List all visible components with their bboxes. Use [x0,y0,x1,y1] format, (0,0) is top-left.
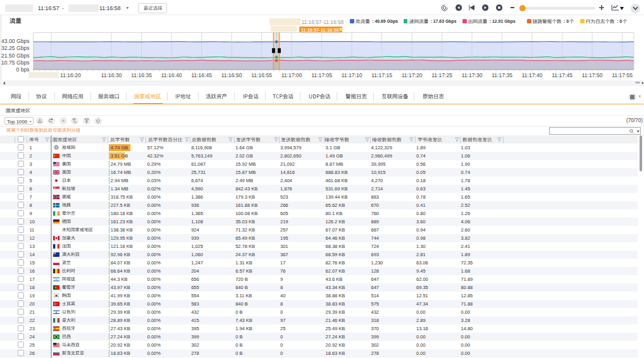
svg-text:11:17:30: 11:17:30 [462,72,483,78]
svg-text:11:17:10: 11:17:10 [342,72,362,78]
svg-text:21.50 Gbps: 21.50 Gbps [1,52,29,59]
svg-text:11:17:00: 11:17:00 [282,72,302,78]
svg-text:11:17:20: 11:17:20 [402,72,423,78]
svg-text:11:16:40: 11:16:40 [161,72,182,78]
svg-text:11:17:25: 11:17:25 [431,72,452,78]
svg-text:11:17:50: 11:17:50 [582,72,603,78]
svg-text:11:17:15: 11:17:15 [371,72,392,78]
svg-text:11:16:20: 11:16:20 [60,72,81,78]
svg-text:11:17:40: 11:17:40 [522,72,543,78]
svg-text:11:16:45: 11:16:45 [191,72,212,78]
svg-text:32.25 Gbps: 32.25 Gbps [1,45,29,51]
svg-text:11:17:55: 11:17:55 [612,72,633,78]
svg-text:11:17:45: 11:17:45 [552,72,573,78]
svg-text:11:16:55: 11:16:55 [251,72,272,78]
svg-text:0 bps: 0 bps [16,66,29,73]
svg-text:11:16:30: 11:16:30 [101,72,122,78]
svg-text:11:16:50: 11:16:50 [221,72,242,78]
svg-text:43.00 Gbps: 43.00 Gbps [1,38,29,44]
svg-text:11:17:35: 11:17:35 [492,72,512,78]
svg-text:11:17:05: 11:17:05 [311,72,332,78]
svg-text:10.75 Gbps: 10.75 Gbps [1,59,29,66]
svg-text:11:16:35: 11:16:35 [131,72,152,78]
